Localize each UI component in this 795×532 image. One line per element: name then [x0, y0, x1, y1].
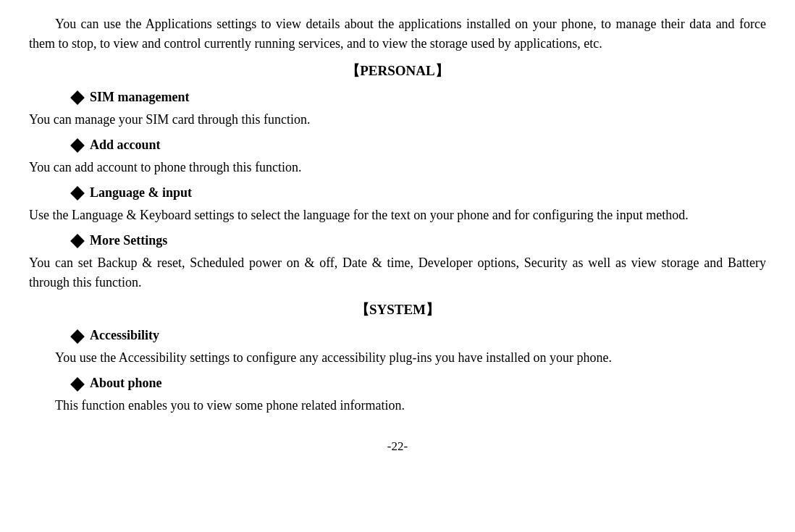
accessibility-body: You use the Accessibility settings to co…: [29, 348, 766, 368]
diamond-icon: [70, 138, 85, 153]
sections-container: 【PERSONAL】 SIM management You can manage…: [29, 61, 766, 415]
diamond-icon: [70, 329, 85, 344]
language-input-body: Use the Language & Keyboard settings to …: [29, 206, 766, 225]
system-section-header: 【SYSTEM】: [29, 300, 766, 321]
sim-management-title: SIM management: [90, 88, 190, 107]
add-account-header: Add account: [72, 135, 766, 155]
language-input-title: Language & input: [90, 183, 192, 203]
more-settings-header: More Settings: [72, 231, 766, 250]
about-phone-header: About phone: [72, 373, 766, 393]
about-phone-body: This function enables you to view some p…: [29, 396, 766, 415]
language-input-header: Language & input: [72, 183, 766, 203]
diamond-icon: [70, 377, 85, 392]
accessibility-header: Accessibility: [72, 326, 766, 345]
about-phone-title: About phone: [90, 373, 162, 393]
more-settings-title: More Settings: [90, 231, 167, 250]
page-number: -22-: [29, 437, 766, 456]
accessibility-title: Accessibility: [90, 326, 159, 345]
system-section: 【SYSTEM】 Accessibility You use the Acces…: [29, 300, 766, 416]
diamond-icon: [70, 186, 85, 200]
add-account-body: You can add account to phone through thi…: [29, 158, 766, 177]
sim-management-body: You can manage your SIM card through thi…: [29, 110, 766, 130]
personal-section-header: 【PERSONAL】: [29, 61, 766, 82]
intro-paragraph: You can use the Applications settings to…: [29, 14, 766, 54]
more-settings-body: You can set Backup & reset, Scheduled po…: [29, 253, 766, 292]
diamond-icon: [70, 234, 85, 248]
add-account-title: Add account: [90, 135, 161, 155]
personal-section: 【PERSONAL】 SIM management You can manage…: [29, 61, 766, 292]
diamond-icon: [70, 90, 85, 105]
sim-management-header: SIM management: [72, 88, 766, 107]
